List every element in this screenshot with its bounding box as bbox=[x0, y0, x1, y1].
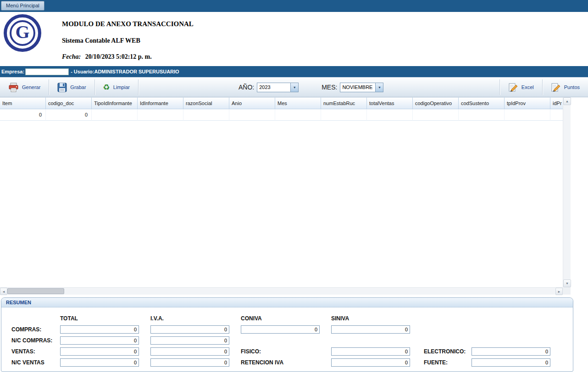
fuente-field[interactable] bbox=[472, 358, 550, 367]
save-floppy-icon bbox=[57, 83, 67, 92]
anio-select[interactable]: 2023 ▼ bbox=[257, 83, 299, 92]
toolbar-spacer bbox=[383, 78, 499, 97]
title-bar: Menú Principal bbox=[0, 0, 588, 12]
resumen-title: RESUMEN bbox=[1, 298, 573, 307]
grabar-button[interactable]: Grabar bbox=[49, 78, 94, 97]
grid-cell[interactable] bbox=[92, 109, 138, 121]
printer-icon bbox=[8, 83, 19, 92]
grid-cell[interactable] bbox=[183, 109, 229, 121]
puntos-button[interactable]: Puntos bbox=[543, 78, 588, 97]
fuente-label: FUENTE: bbox=[424, 359, 472, 366]
grid-cell[interactable] bbox=[367, 109, 413, 121]
horizontal-scrollbar[interactable]: ◄ ► bbox=[0, 287, 563, 295]
chevron-down-icon[interactable]: ▼ bbox=[375, 83, 383, 92]
grid-column-header[interactable]: TipoIdInformante bbox=[92, 97, 138, 109]
resumen-grid: TOTAL I.V.A. CONIVA SINIVA COMPRAS: N/C … bbox=[1, 307, 573, 368]
ventas-iva-field[interactable] bbox=[150, 347, 229, 356]
grid-column-header[interactable]: razonSocial bbox=[183, 97, 229, 109]
grid-column-header[interactable]: codigo_doc bbox=[46, 97, 92, 109]
nc-compras-iva-field[interactable] bbox=[150, 336, 229, 345]
grid-content: Itemcodigo_docTipoIdInformanteIdInforman… bbox=[0, 97, 563, 287]
grid-cell[interactable] bbox=[229, 109, 275, 121]
recycle-icon: ♻ bbox=[103, 84, 110, 91]
grid-column-header[interactable]: Item bbox=[0, 97, 46, 109]
grid-header-row: Itemcodigo_docTipoIdInformanteIdInforman… bbox=[0, 97, 563, 109]
header-text-block: MODULO DE ANEXO TRANSACCIONAL Sistema Co… bbox=[62, 20, 194, 61]
nc-ventas-iva-field[interactable] bbox=[150, 358, 229, 367]
compras-total-field[interactable] bbox=[60, 325, 139, 334]
generar-button[interactable]: Generar bbox=[0, 78, 49, 97]
menu-principal-button[interactable]: Menú Principal bbox=[1, 1, 44, 11]
mes-select[interactable]: NOVIEMBRE ▼ bbox=[340, 83, 383, 92]
excel-button[interactable]: Excel bbox=[500, 78, 542, 97]
scroll-down-arrow[interactable]: ▼ bbox=[563, 279, 571, 287]
logo-letter: G bbox=[15, 23, 29, 41]
grid-column-header[interactable]: IdInformante bbox=[138, 97, 183, 109]
grid-data-row[interactable]: 00 bbox=[0, 109, 563, 121]
empresa-input[interactable] bbox=[25, 68, 69, 75]
grid-column-header[interactable]: codigoOperativo bbox=[413, 97, 459, 109]
ventas-total-field[interactable] bbox=[60, 347, 139, 356]
usuario-prefix: - Usuario: bbox=[71, 69, 94, 74]
nc-compras-label: N/C COMPRAS: bbox=[11, 337, 60, 344]
grid-column-header[interactable]: tpIdProv bbox=[505, 97, 550, 109]
grid-cell[interactable] bbox=[321, 109, 367, 121]
nc-ventas-label: N/C VENTAS bbox=[11, 359, 60, 366]
mes-selected-value: NOVIEMBRE bbox=[340, 84, 375, 90]
grid-cell[interactable]: 0 bbox=[0, 109, 46, 121]
limpiar-button[interactable]: ♻ Limpiar bbox=[95, 78, 138, 97]
app-header: G MODULO DE ANEXO TRANSACCIONAL Sistema … bbox=[0, 12, 588, 66]
nc-ventas-total-field[interactable] bbox=[60, 358, 139, 367]
grid-column-header[interactable]: codSustento bbox=[459, 97, 505, 109]
scrollbar-corner bbox=[563, 287, 571, 295]
nc-compras-total-field[interactable] bbox=[60, 336, 139, 345]
puntos-label: Puntos bbox=[564, 84, 580, 90]
data-grid: Itemcodigo_docTipoIdInformanteIdInforman… bbox=[0, 97, 571, 295]
compras-coniva-field[interactable] bbox=[241, 325, 320, 334]
edit-document-icon bbox=[551, 83, 561, 92]
chevron-down-icon[interactable]: ▼ bbox=[290, 83, 298, 92]
compras-siniva-field[interactable] bbox=[331, 325, 410, 334]
company-g-logo: G bbox=[4, 14, 41, 52]
compras-label: COMPRAS: bbox=[11, 326, 60, 333]
grid-cell[interactable] bbox=[505, 109, 550, 121]
retencion-iva-label: RETENCION IVA bbox=[241, 359, 320, 366]
resumen-header-total: TOTAL bbox=[60, 315, 139, 322]
app-subtitle: Sistema Contable ALF WEB bbox=[62, 37, 194, 45]
page-title: MODULO DE ANEXO TRANSACCIONAL bbox=[62, 20, 194, 28]
fecha-line: Fecha: 20/10/2023 5:02:12 p. m. bbox=[62, 53, 194, 61]
toolbar-spacer bbox=[139, 78, 239, 97]
grid-cell[interactable] bbox=[413, 109, 459, 121]
compras-iva-field[interactable] bbox=[150, 325, 229, 334]
scroll-up-arrow[interactable]: ▲ bbox=[563, 97, 571, 105]
grid-cell[interactable] bbox=[138, 109, 183, 121]
horizontal-scroll-thumb[interactable] bbox=[7, 288, 64, 294]
grid-column-header[interactable]: totalVentas bbox=[367, 97, 413, 109]
edit-document-icon bbox=[508, 83, 518, 92]
scroll-left-arrow[interactable]: ◄ bbox=[0, 288, 7, 295]
grid-cell[interactable] bbox=[459, 109, 505, 121]
anio-label: AÑO: bbox=[239, 84, 254, 91]
toolbar-spacer bbox=[299, 78, 322, 97]
mes-group: MES: NOVIEMBRE ▼ bbox=[322, 78, 383, 97]
grid-column-header[interactable]: Mes bbox=[275, 97, 321, 109]
grid-column-header[interactable]: Anio bbox=[229, 97, 275, 109]
grid-cell[interactable]: 0 bbox=[46, 109, 92, 121]
fecha-value: 20/10/2023 5:02:12 p. m. bbox=[85, 53, 152, 60]
fecha-label: Fecha: bbox=[62, 53, 81, 60]
logo-inner-ring: G bbox=[10, 20, 35, 46]
resumen-header-siniva: SINIVA bbox=[331, 315, 410, 322]
electronico-field[interactable] bbox=[472, 347, 550, 356]
grid-column-header[interactable]: numEstabRuc bbox=[321, 97, 367, 109]
retencion-iva-field[interactable] bbox=[331, 358, 410, 367]
grid-cell[interactable] bbox=[275, 109, 321, 121]
scroll-right-arrow[interactable]: ► bbox=[555, 288, 563, 295]
vertical-scrollbar[interactable]: ▲ ▼ bbox=[563, 97, 571, 287]
resumen-header-coniva: CONIVA bbox=[241, 315, 320, 322]
excel-label: Excel bbox=[521, 84, 534, 90]
grid-cell[interactable] bbox=[550, 109, 563, 121]
grid-column-header[interactable]: idPr bbox=[550, 97, 563, 109]
anio-group: AÑO: 2023 ▼ bbox=[239, 78, 299, 97]
usuario-value: ADMINISTRADOR SUPERUSUARIO bbox=[94, 69, 179, 74]
fisico-field[interactable] bbox=[331, 347, 410, 356]
